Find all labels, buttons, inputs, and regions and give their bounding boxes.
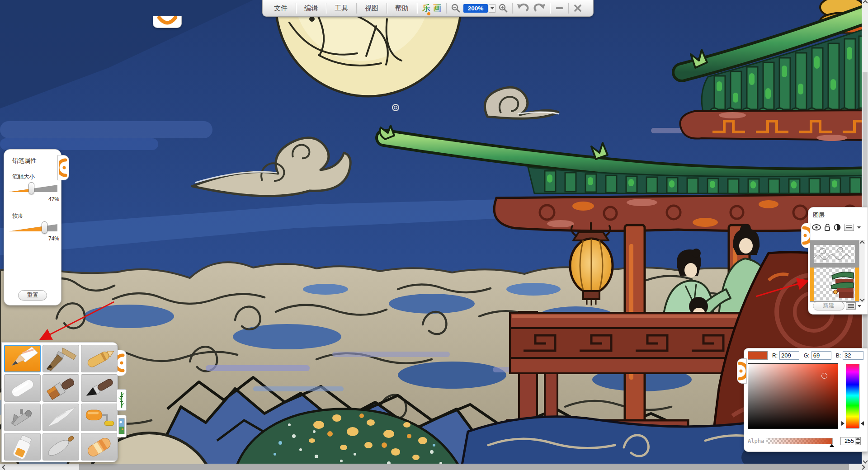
hue-bar[interactable] — [846, 364, 859, 428]
softness-slider[interactable] — [9, 223, 57, 235]
panel-collapse-handle[interactable] — [57, 155, 69, 180]
layer-thumbnail — [810, 268, 859, 301]
orange-handle-icon — [738, 361, 746, 381]
close-button[interactable] — [570, 2, 585, 14]
blend-half-icon[interactable] — [834, 224, 841, 231]
minimize-button[interactable] — [552, 2, 567, 14]
chalk-icon — [5, 376, 40, 401]
brush-size-slider[interactable] — [9, 183, 57, 195]
tab-picture-stamps[interactable] — [117, 415, 127, 437]
blue-input[interactable] — [843, 351, 863, 360]
bamboo-icon — [118, 391, 125, 409]
paint-roller-icon — [82, 405, 117, 430]
pointed-brush-icon — [44, 346, 78, 371]
airbrush-icon — [5, 405, 40, 430]
undo-icon — [516, 3, 529, 14]
tool-airbrush[interactable] — [4, 404, 41, 431]
tool-pencil[interactable] — [4, 345, 41, 372]
tool-ink-pen[interactable] — [81, 374, 118, 402]
scroll-down-icon[interactable] — [860, 297, 864, 301]
red-input[interactable] — [779, 351, 799, 360]
alpha-slider[interactable] — [766, 438, 833, 444]
close-icon — [574, 4, 582, 12]
softness-thumb[interactable] — [42, 221, 47, 234]
layer-item-selected[interactable] — [810, 268, 859, 301]
tool-paint-bottle[interactable] — [4, 433, 41, 461]
toolbar-collapse-handle[interactable] — [153, 16, 182, 28]
blue-label: B: — [836, 352, 841, 359]
layers-options-button[interactable] — [846, 302, 856, 310]
tool-eraser[interactable] — [81, 433, 118, 461]
green-label: G: — [804, 352, 810, 359]
layer-item-sketch[interactable] — [810, 245, 859, 263]
brush-size-label: 笔触大小 — [12, 173, 57, 181]
brush-size-thumb[interactable] — [28, 182, 34, 194]
menu-file[interactable]: 文件 — [267, 2, 294, 14]
menu-tools[interactable]: 工具 — [328, 2, 355, 14]
zoom-dropdown-button[interactable] — [489, 4, 495, 13]
undo-button[interactable] — [514, 2, 531, 14]
separator — [326, 3, 326, 14]
chevron-down-icon[interactable] — [858, 305, 861, 307]
menu-view[interactable]: 视图 — [358, 2, 385, 14]
visibility-eye-icon[interactable] — [812, 224, 821, 230]
alpha-marker-icon[interactable] — [830, 444, 834, 447]
separator — [550, 3, 550, 14]
green-input[interactable] — [811, 351, 831, 360]
separator — [417, 3, 417, 14]
menu-help[interactable]: 帮助 — [388, 2, 415, 14]
tab-bamboo-brushes[interactable] — [117, 389, 127, 411]
mascot-smile-icon — [156, 16, 179, 27]
tool-pointed-brush[interactable] — [42, 345, 79, 372]
paint-bottle-icon — [5, 434, 40, 460]
ink-pen-icon — [82, 376, 117, 401]
scroll-up-icon[interactable] — [860, 241, 864, 245]
menu-edit[interactable]: 编辑 — [297, 2, 325, 14]
horizontal-scroll-thumb[interactable] — [79, 464, 849, 470]
separator — [568, 3, 569, 14]
separator — [387, 3, 387, 14]
panel-collapse-handle[interactable] — [737, 358, 747, 384]
separator — [296, 3, 296, 14]
tool-paint-roller[interactable] — [81, 404, 118, 431]
orange-handle-icon — [802, 226, 810, 245]
redo-button[interactable] — [531, 2, 548, 14]
flat-brush-icon — [44, 376, 78, 401]
canvas-horizontal-scrollbar[interactable] — [0, 464, 868, 470]
tool-grid — [4, 345, 115, 461]
zoom-in-button[interactable] — [495, 2, 511, 14]
tool-palette-knife[interactable] — [42, 433, 79, 461]
tool-blending-stump[interactable] — [42, 404, 79, 431]
zoom-level-value[interactable]: 200% — [463, 4, 488, 13]
scroll-down-icon[interactable] — [863, 459, 867, 463]
scroll-up-icon[interactable] — [863, 1, 867, 5]
alpha-decrement-button[interactable] — [855, 441, 860, 445]
panel-title: 图层 — [813, 211, 868, 219]
color-picker-cursor[interactable] — [821, 373, 827, 379]
alpha-increment-button[interactable] — [855, 437, 860, 441]
hue-marker-right-icon[interactable] — [861, 421, 864, 426]
separator — [356, 3, 357, 14]
saturation-value-picker[interactable] — [748, 363, 838, 429]
tool-chalk[interactable] — [4, 374, 41, 402]
hue-marker-left-icon[interactable] — [841, 421, 844, 426]
tool-flat-brush[interactable] — [42, 374, 79, 402]
reset-button[interactable]: 重置 — [18, 290, 47, 301]
color-picker-panel: R: G: B: Alpha — [744, 348, 868, 452]
chevron-down-icon[interactable] — [857, 226, 861, 229]
scroll-right-icon[interactable] — [861, 465, 864, 469]
alpha-input[interactable] — [840, 437, 855, 445]
tool-crayon[interactable] — [81, 345, 118, 372]
main-toolbar: 文件 编辑 工具 视图 帮助 乐 画 200% — [262, 0, 594, 17]
canvas-artwork[interactable] — [0, 0, 868, 470]
scroll-left-icon[interactable] — [3, 465, 6, 469]
orange-handle-icon — [59, 158, 67, 178]
zoom-out-button[interactable] — [448, 2, 463, 14]
redo-icon — [533, 3, 546, 14]
layer-list-scrollbar[interactable] — [859, 240, 865, 302]
unlock-icon[interactable] — [824, 224, 830, 231]
layer-menu-button[interactable] — [844, 224, 854, 231]
current-color-swatch[interactable] — [748, 351, 768, 360]
pencil-properties-panel: 铅笔属性 笔触大小 47% 软度 74% 重置 — [4, 149, 61, 306]
new-layer-button[interactable]: 新建 — [813, 301, 844, 310]
